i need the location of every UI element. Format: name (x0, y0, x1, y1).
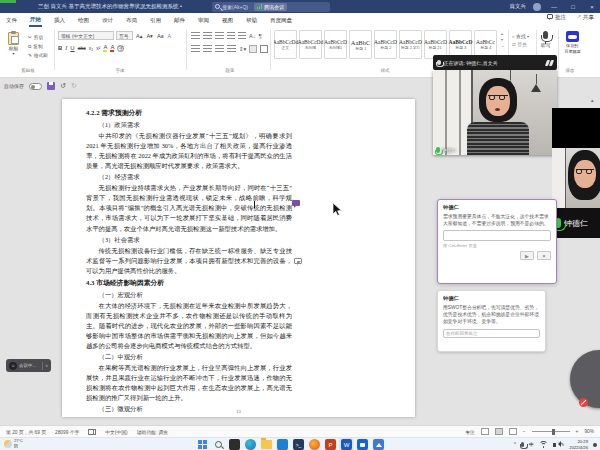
comments-button[interactable]: 批注 (547, 14, 566, 21)
word-count[interactable]: 28099 个字 (55, 429, 79, 435)
store-icon[interactable] (277, 439, 288, 450)
wifi-icon[interactable] (539, 441, 548, 448)
borders-icon[interactable] (260, 45, 268, 53)
pen-icon[interactable]: ✎ (561, 442, 565, 447)
tray-mic-icon[interactable] (521, 442, 524, 447)
underline-button[interactable]: U (70, 45, 74, 51)
meeting-badge[interactable]: 腾讯会议 (254, 3, 287, 11)
zoom-slider[interactable] (532, 431, 570, 432)
word-icon-active[interactable]: W (341, 439, 352, 450)
comment-reply-input[interactable] (443, 230, 551, 241)
firefox-icon[interactable] (309, 439, 320, 450)
share-button[interactable]: ↗ 共享 (576, 14, 594, 21)
file-explorer-button[interactable] (261, 439, 272, 450)
print-layout-icon[interactable] (495, 428, 503, 435)
align-left-icon[interactable] (191, 45, 200, 53)
meeting-speaking-bar[interactable]: 正在讲话: 钟德仁,肖文兵 (433, 55, 557, 70)
taskbar-clock[interactable]: 20:292022/4/26 (569, 439, 588, 449)
tab-file[interactable]: 文件 (5, 15, 18, 26)
change-case-button[interactable]: Aa (156, 33, 165, 39)
terminal-icon[interactable]: >_ (293, 439, 304, 450)
undo-icon[interactable]: ↺ (60, 82, 66, 90)
dictate-button[interactable]: 听写 (541, 31, 551, 48)
grow-font-button[interactable]: A▴ (135, 33, 143, 39)
comment-anchor-icon[interactable] (294, 258, 302, 264)
powerpoint-icon[interactable]: P (325, 439, 336, 450)
user-avatar[interactable] (533, 3, 541, 11)
indent-decrease-icon[interactable] (227, 32, 235, 40)
proofing-icon[interactable] (88, 429, 96, 435)
style-no-spacing[interactable]: AaBbCcDd无间隔 (299, 30, 322, 59)
edge-icon[interactable] (245, 439, 256, 450)
indent-increase-icon[interactable] (238, 32, 246, 40)
clear-format-button[interactable]: A (167, 33, 173, 39)
tab-view[interactable]: 视图 (221, 15, 234, 26)
align-center-icon[interactable] (203, 45, 212, 53)
save-icon[interactable] (47, 82, 55, 90)
scrollbar-up-arrow[interactable]: ▴ (591, 97, 594, 103)
ime-indicator[interactable]: 中 (529, 442, 534, 447)
align-right-icon[interactable] (215, 45, 224, 53)
style-heading-2[interactable]: AaBbCcD标题 2 (374, 30, 397, 59)
maximize-button[interactable]: □ (567, 0, 579, 13)
tab-insert[interactable]: 插入 (53, 15, 66, 26)
replace-button[interactable]: ⇄ 替换 (512, 41, 529, 47)
meeting-side-video[interactable]: 钟德仁 (552, 108, 600, 238)
comment-card[interactable]: 钟德仁 用SWOT整合分析吧，先写清楚优势、劣势，优势是技术优势，机会和挑战是企… (437, 290, 546, 352)
find-button[interactable]: ⌕ 查找 ▾ (512, 33, 529, 39)
numbered-list-icon[interactable] (203, 32, 212, 40)
read-mode-icon[interactable] (481, 428, 489, 435)
subscript-button[interactable]: x₂ (89, 45, 93, 51)
comment-reply-input[interactable] (443, 329, 540, 338)
tray-expand-icon[interactable]: ^ (514, 442, 516, 447)
tab-references[interactable]: 引用 (149, 15, 162, 26)
tencent-meeting-icon[interactable] (357, 439, 368, 450)
highlight-button[interactable]: A (103, 44, 107, 52)
style-normal[interactable]: AaBbCcDd正文 (274, 30, 297, 59)
zoom-out-button[interactable]: − (523, 429, 526, 434)
weather-widget[interactable]: 27°C阴 (4, 439, 23, 448)
tab-layout[interactable]: 布局 (125, 15, 138, 26)
format-painter-button[interactable]: ✎ 格式刷 (28, 51, 48, 59)
photos-icon[interactable] (373, 439, 384, 450)
font-name-select[interactable]: 等线 (中文正文) (58, 31, 114, 40)
document-page[interactable]: 4.2.2 需求预测分析 （1）政策需求 中共印发的《无损检测仪器行业发展“十三… (62, 99, 415, 417)
line-spacing-icon[interactable]: ⇕▾ (239, 46, 246, 52)
search-input[interactable]: 搜索(Alt+Q) 腾讯会议 (212, 2, 330, 12)
font-size-select[interactable]: 五号 (116, 31, 133, 40)
focus-button[interactable]: 专注 (465, 429, 475, 435)
bold-button[interactable]: B (58, 45, 62, 51)
language-indicator[interactable]: 中文(中国) (105, 429, 127, 435)
redo-icon[interactable]: ↻ (71, 82, 77, 90)
comment-send-button[interactable]: ▶ (520, 251, 534, 260)
accessibility-status[interactable]: 辅助功能: 调查 (137, 429, 168, 435)
page-indicator[interactable]: 第 20 页，共 69 页 (6, 429, 46, 435)
shrink-font-button[interactable]: A▾ (145, 33, 153, 39)
style-no-spacing-1[interactable]: AaBbCcD无间隔1 (324, 30, 347, 59)
comment-cancel-button[interactable]: × (537, 251, 551, 260)
pilcrow-icon[interactable]: ¶ (258, 33, 261, 39)
font-color-button[interactable]: A (110, 44, 114, 52)
comment-card-active[interactable]: 钟德仁 需求预测要更具体点，不能太泛化，这个技术需求大家都知道，不需要过多说明，… (437, 199, 557, 284)
italic-button[interactable]: I (65, 45, 67, 51)
tab-review[interactable]: 审阅 (197, 15, 210, 26)
zoom-level[interactable]: 90% (584, 429, 594, 434)
start-button[interactable] (197, 439, 208, 450)
tab-home[interactable]: 开始 (29, 14, 42, 27)
meeting-video-tile[interactable]: 钟德仁 (433, 70, 557, 155)
autosave-toggle[interactable] (29, 83, 42, 90)
styles-scroll-down-icon[interactable]: ▾ (501, 37, 504, 42)
comment-anchor-icon-active[interactable] (292, 200, 300, 206)
mini-collapse-icon[interactable]: < (45, 363, 48, 368)
close-button[interactable]: × (586, 0, 598, 13)
mic-muted-icon[interactable] (579, 398, 588, 407)
tab-baidu-netdisk[interactable]: 百度网盘 (269, 15, 293, 26)
save-to-baidu-button[interactable]: 保存到 百度网盘 (563, 31, 582, 54)
bullet-list-icon[interactable] (191, 32, 200, 40)
taskbar-search-button[interactable] (213, 439, 224, 450)
meeting-mini-bar[interactable]: ☺ 会议中… < (6, 359, 51, 372)
tab-design[interactable]: 设计 (101, 15, 114, 26)
notification-icon[interactable] (593, 443, 597, 447)
cut-button[interactable]: ✂ 剪切 (28, 33, 48, 41)
paste-button[interactable]: 粘贴▾ (8, 32, 19, 56)
